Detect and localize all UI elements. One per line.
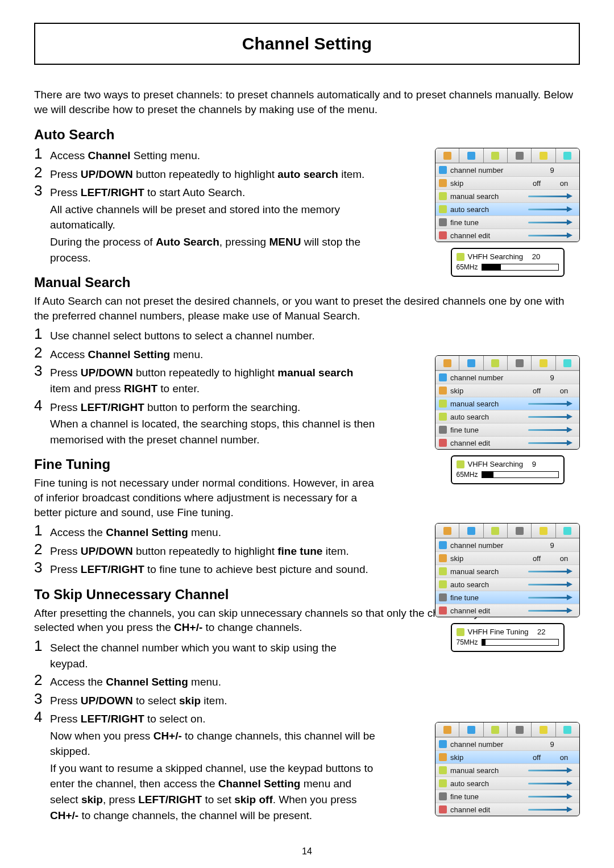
osd-row-icon bbox=[439, 387, 447, 394]
step-number: 2 bbox=[34, 165, 50, 180]
osd-row-icon bbox=[439, 805, 447, 813]
step-number: 3 bbox=[34, 183, 50, 198]
osd-row-label: manual search bbox=[450, 192, 525, 201]
steps-auto-search: 1Access Channel Setting menu.2Press UP/D… bbox=[34, 146, 398, 265]
osd-row-icon bbox=[439, 792, 447, 800]
osd-skip-on: on bbox=[552, 554, 576, 563]
slider-icon bbox=[528, 781, 576, 786]
osd-tab-icon bbox=[556, 722, 579, 737]
osd-row-label: auto search bbox=[450, 205, 525, 214]
osd-tab-icon bbox=[556, 524, 579, 538]
popup-value: 9 bbox=[532, 460, 536, 468]
osd-row-icon bbox=[439, 766, 447, 774]
osd-tab-icon bbox=[556, 148, 579, 163]
osd-row-fine-tune: fine tune bbox=[435, 215, 579, 229]
osd-row-icon bbox=[439, 179, 447, 187]
osd-row-label: fine tune bbox=[450, 218, 525, 227]
osd-tab-icon bbox=[532, 148, 555, 163]
osd-tab-icon bbox=[532, 356, 555, 371]
step-text: Press UP/DOWN button repeatedly to highl… bbox=[50, 363, 375, 396]
osd-row-label: channel edit bbox=[450, 607, 525, 615]
step-text: Press LEFT/RIGHT to select on.Now when y… bbox=[50, 709, 375, 823]
search-icon bbox=[457, 460, 464, 468]
slider-icon bbox=[528, 794, 576, 799]
slider-icon bbox=[528, 207, 576, 211]
osd-row-label: channel number bbox=[450, 166, 525, 175]
step-number: 1 bbox=[34, 523, 50, 538]
osd-menu-skip: channel number9skipoffonmanual searchaut… bbox=[435, 722, 580, 816]
osd-row-icon bbox=[439, 593, 447, 601]
osd-row-channel-edit: channel edit bbox=[435, 229, 579, 242]
osd-row-channel-number: channel number9 bbox=[435, 538, 579, 551]
osd-tab-icon bbox=[459, 722, 483, 737]
step-number: 4 bbox=[34, 398, 50, 413]
osd-value: 9 bbox=[528, 373, 576, 382]
slider-icon bbox=[528, 414, 576, 419]
osd-row-label: channel edit bbox=[450, 805, 525, 814]
slider-icon bbox=[528, 427, 576, 432]
search-icon bbox=[457, 253, 464, 261]
osd-skip-off: off bbox=[525, 554, 549, 563]
page-title-frame: Channel Setting bbox=[34, 23, 580, 65]
step-text: Press UP/DOWN to select skip item. bbox=[50, 691, 375, 709]
slider-icon bbox=[528, 608, 576, 613]
slider-icon bbox=[528, 569, 576, 574]
osd-tab-icon bbox=[556, 356, 579, 371]
osd-row-manual-search: manual search bbox=[435, 397, 579, 410]
osd-row-channel-edit: channel edit bbox=[435, 436, 579, 449]
osd-tab-icon bbox=[508, 148, 532, 163]
osd-row-icon bbox=[439, 541, 447, 549]
osd-row-icon bbox=[439, 413, 447, 421]
osd-row-label: skip bbox=[450, 753, 521, 762]
step-text: Access Channel Setting menu. bbox=[50, 345, 375, 363]
osd-tab-icon bbox=[435, 356, 459, 371]
osd-row-manual-search: manual search bbox=[435, 189, 579, 202]
slider-icon bbox=[528, 807, 576, 812]
osd-tab-icon bbox=[435, 524, 459, 538]
osd-row-label: skip bbox=[450, 179, 521, 188]
popup-label: VHFH Fine Tuning bbox=[468, 628, 529, 636]
step-number: 2 bbox=[34, 542, 50, 557]
osd-row-icon bbox=[439, 373, 447, 381]
step-text: Access the Channel Setting menu. bbox=[50, 672, 375, 690]
progress-bar bbox=[482, 264, 559, 271]
osd-row-channel-number: channel number9 bbox=[435, 163, 579, 176]
step-text: Press UP/DOWN button repeatedly to highl… bbox=[50, 165, 398, 182]
search-icon bbox=[457, 628, 464, 636]
osd-value: 9 bbox=[528, 541, 576, 550]
osd-row-label: channel edit bbox=[450, 439, 525, 447]
osd-row-label: manual search bbox=[450, 400, 525, 408]
osd-menu-auto: channel number9skipoffonmanual searchaut… bbox=[435, 148, 580, 242]
osd-row-channel-edit: channel edit bbox=[435, 604, 579, 617]
osd-row-icon bbox=[439, 554, 447, 562]
step-text: Press LEFT/RIGHT to fine tune to achieve… bbox=[50, 560, 375, 578]
osd-row-icon bbox=[439, 439, 447, 447]
osd-row-label: channel number bbox=[450, 373, 525, 382]
osd-row-icon bbox=[439, 607, 447, 614]
osd-tab-icon bbox=[435, 148, 459, 163]
osd-row-skip: skipoffon bbox=[435, 384, 579, 397]
osd-tab-icon bbox=[484, 722, 508, 737]
osd-row-auto-search: auto search bbox=[435, 202, 579, 215]
osd-row-label: fine tune bbox=[450, 426, 525, 434]
osd-skip-off: off bbox=[525, 753, 549, 762]
osd-row-skip: skipoffon bbox=[435, 176, 579, 189]
osd-row-skip: skipoffon bbox=[435, 750, 579, 763]
steps-fine-tuning: 1Access the Channel Setting menu.2Press … bbox=[34, 523, 375, 578]
osd-row-label: channel edit bbox=[450, 231, 525, 240]
slider-icon bbox=[528, 194, 576, 198]
step-text: Press UP/DOWN button repeatedly to highl… bbox=[50, 542, 375, 559]
osd-tab-icon bbox=[459, 356, 483, 371]
step-text: Select the channel number which you want… bbox=[50, 638, 375, 671]
osd-menu-manual: channel number9skipoffonmanual searchaut… bbox=[435, 355, 580, 450]
osd-skip-on: on bbox=[552, 387, 576, 395]
osd-row-auto-search: auto search bbox=[435, 578, 579, 591]
osd-row-icon bbox=[439, 426, 447, 434]
popup-auto-search: VHFH Searching 20 65MHz bbox=[451, 248, 565, 277]
osd-tab-icon bbox=[532, 524, 555, 538]
osd-row-icon bbox=[439, 753, 447, 761]
desc-manual-search: If Auto Search can not preset the desire… bbox=[34, 294, 580, 323]
osd-row-label: fine tune bbox=[450, 792, 525, 801]
osd-row-fine-tune: fine tune bbox=[435, 790, 579, 803]
osd-row-fine-tune: fine tune bbox=[435, 423, 579, 436]
